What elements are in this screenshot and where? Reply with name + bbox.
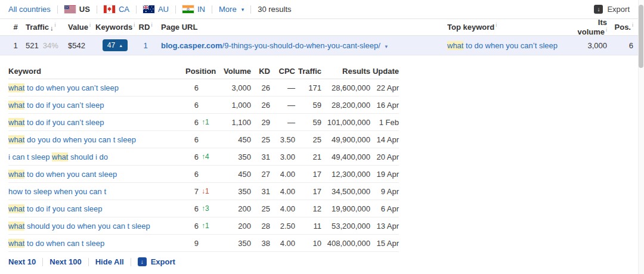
divider [136, 5, 137, 14]
rd-link[interactable]: 1 [143, 41, 147, 50]
column-header-traffic: Traffic [295, 67, 321, 76]
vertical-scrollbar [638, 0, 644, 274]
keywords-cell: 47 ▲ [95, 39, 135, 51]
more-label: More [219, 5, 237, 14]
divider [57, 5, 58, 14]
export-button-top[interactable]: ↓ Export [594, 5, 630, 14]
top-keyword-header-label: Top keyword [447, 23, 494, 32]
column-header-traffic[interactable]: Traffic↓i [23, 22, 64, 32]
row-index: 1 [8, 41, 23, 50]
column-header-value[interactable]: Valuei [64, 22, 95, 32]
kd-cell: 25 [251, 135, 270, 144]
update-cell: 6 Apr [370, 204, 399, 213]
keyword-text: to do if you can’t sleep [24, 118, 104, 127]
highlighted-term: what [8, 135, 24, 144]
keywords-table-body: what to do when you can’t sleep 6 3,000 … [8, 79, 399, 252]
column-header-top-keyword[interactable]: Top keywordi [447, 22, 569, 32]
info-icon: i [632, 22, 633, 28]
keyword-link[interactable]: what to do if you cant sleep [8, 204, 103, 213]
cpc-cell: 4.00 [270, 204, 295, 213]
keyword-cell: how to sleep when you can t [8, 187, 178, 196]
keyword-text: to do when you can’t sleep [24, 83, 119, 92]
kd-cell: 26 [251, 101, 270, 110]
position-value: 6 [178, 152, 199, 161]
keyword-link[interactable]: i can t sleep what should i do [8, 152, 108, 161]
update-cell: 16 Apr [370, 101, 399, 110]
keyword-row: what should you do when you can t sleep … [8, 217, 399, 235]
hide-all-button[interactable]: Hide All [95, 257, 124, 266]
position-value: 6 [178, 204, 199, 213]
position-cell: 9 [178, 239, 220, 248]
cpc-cell: — [270, 101, 295, 110]
position-value: 6 [178, 118, 199, 127]
keyword-row: what to do when you cant sleep 6 450 27 … [8, 166, 399, 183]
all-countries-link[interactable]: All countries [8, 5, 51, 14]
keyword-cell: what to do if you can’t sleep [8, 101, 178, 110]
info-icon: i [55, 22, 56, 28]
column-header-page-url[interactable]: Page URL [156, 23, 447, 32]
top-keyword-link[interactable]: what to do when you can’t sleep [447, 41, 558, 50]
keywords-count-toggle[interactable]: 47 ▲ [103, 39, 128, 51]
position-value: 6 [178, 101, 199, 110]
traffic-cell: 11 [295, 222, 321, 231]
country-label: IN [197, 5, 205, 14]
position-change: ↑1 [202, 118, 209, 126]
keyword-link[interactable]: what do you do when you can t sleep [8, 135, 136, 144]
keyword-text: i can t sleep [8, 152, 52, 161]
keyword-row: i can t sleep what should i do 6 ↑4 350 … [8, 148, 399, 166]
position-change: ↓1 [202, 187, 209, 195]
country-tab-au[interactable]: AU [143, 5, 169, 14]
keyword-link[interactable]: what to do if you can’t sleep [8, 101, 104, 110]
column-header-its-volume[interactable]: Its volumei [569, 18, 607, 36]
page-url-link[interactable]: blog.casper.com/9-things-you-should-do-w… [161, 41, 380, 50]
results-count: 30 results [258, 5, 291, 14]
highlighted-term: what [8, 101, 24, 110]
keyword-row: what to do when you can’t sleep 6 3,000 … [8, 79, 399, 96]
keyword-link[interactable]: what to do when you can’t sleep [8, 83, 119, 92]
export-label: Export [607, 5, 630, 14]
volume-cell: 350 [220, 152, 251, 161]
country-tab-us[interactable]: US [64, 5, 90, 14]
keyword-text: should i do [68, 152, 108, 161]
url-dropdown-icon[interactable]: ▾ [385, 43, 388, 49]
keyword-link[interactable]: what to do if you can’t sleep [8, 118, 104, 127]
chevron-down-icon: ▾ [242, 7, 244, 13]
results-cell: 408,000,000 [321, 239, 370, 248]
country-tab-in[interactable]: IN [182, 5, 205, 14]
kd-cell: 25 [251, 204, 270, 213]
export-button-bottom[interactable]: ↓ Export [138, 257, 175, 266]
keyword-link[interactable]: what to do when you cant sleep [8, 170, 117, 179]
export-label: Export [151, 257, 175, 266]
update-cell: 20 Apr [370, 152, 399, 161]
column-header-cpc: CPC [270, 67, 295, 76]
kd-cell: 28 [251, 222, 270, 231]
keyword-cell: what should you do when you can t sleep [8, 222, 178, 231]
kd-cell: 38 [251, 239, 270, 248]
divider [42, 258, 43, 266]
keyword-link[interactable]: how to sleep when you can t [8, 187, 106, 196]
next-10-button[interactable]: Next 10 [8, 257, 36, 266]
more-countries-dropdown[interactable]: More ▾ [219, 5, 244, 14]
next-100-button[interactable]: Next 100 [49, 257, 81, 266]
keyword-link[interactable]: what should you do when you can t sleep [8, 222, 150, 231]
keyword-text: how to sleep when you can t [8, 187, 106, 196]
highlighted-term: what [8, 83, 24, 92]
results-cell: 28,600,000 [321, 83, 370, 92]
scrollbar-thumb[interactable] [639, 5, 643, 68]
filter-toolbar: All countries US CA AU [0, 0, 644, 19]
traffic-cell: 10 [295, 239, 321, 248]
traffic-percent: 34% [43, 41, 58, 50]
country-tab-ca[interactable]: CA [104, 5, 129, 14]
position-cell: 7 ↓1 [178, 187, 220, 196]
position-cell: 6 ↑4 [178, 152, 220, 161]
keyword-text: to do if you cant sleep [24, 204, 102, 213]
cpc-cell: 4.00 [270, 170, 295, 179]
column-header-keywords[interactable]: Keywordsi [95, 22, 135, 32]
column-header-rd[interactable]: RDi [135, 22, 156, 32]
keyword-cell: what do you do when you can t sleep [8, 135, 178, 144]
top-keyword-cell: what to do when you can’t sleep [447, 41, 569, 50]
cpc-cell: 2.50 [270, 222, 295, 231]
keywords-count: 47 [107, 41, 115, 49]
keyword-link[interactable]: what to do when can t sleep [8, 239, 104, 248]
au-flag-icon [143, 5, 154, 13]
